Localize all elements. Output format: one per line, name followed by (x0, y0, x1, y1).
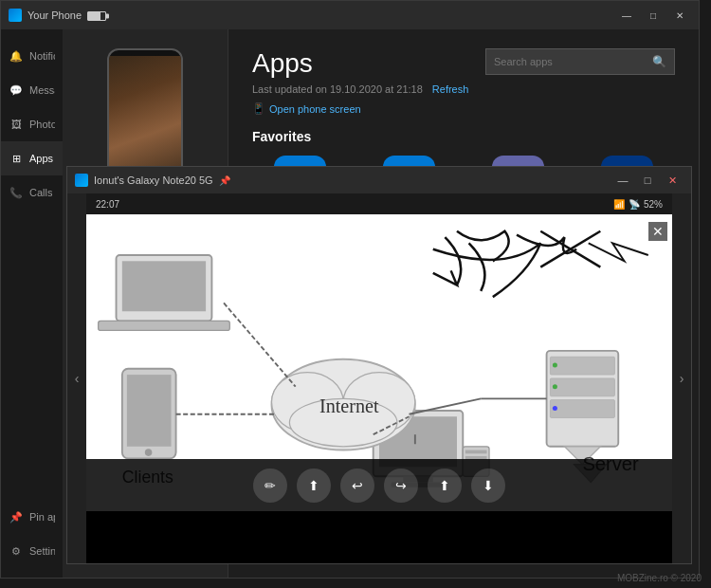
sidebar-item-settings[interactable]: ⚙ Settings (1, 534, 63, 568)
sidebar-item-photos[interactable]: 🖼 Photos (1, 107, 63, 141)
calls-icon: 📞 (9, 185, 24, 200)
calls-label: Calls (29, 187, 52, 198)
sidebar-item-pin[interactable]: 📌 Pin app to taskbar (1, 500, 63, 534)
svg-rect-20 (550, 378, 614, 396)
screen-close-x[interactable]: ✕ (648, 222, 667, 241)
sidebar-item-messages[interactable]: 💬 Messages (1, 73, 63, 107)
app-icon (9, 9, 22, 22)
app-title: Your Phone (27, 9, 82, 21)
titlebar-controls: — □ ✕ (615, 8, 691, 23)
modal-close-button[interactable]: ✕ (661, 171, 684, 190)
toolbar-redo-button[interactable]: ↪ (384, 469, 418, 503)
modal-title-left: Ionut's Galaxy Note20 5G 📌 (75, 174, 230, 187)
modal-title: Ionut's Galaxy Note20 5G (94, 175, 213, 186)
battery-status: 52% (644, 199, 663, 210)
minimize-button[interactable]: — (615, 8, 638, 23)
toolbar-undo-button[interactable]: ↩ (340, 469, 374, 503)
svg-point-5 (145, 449, 153, 456)
search-input[interactable] (494, 56, 652, 67)
phone-modal: Ionut's Galaxy Note20 5G 📌 — □ ✕ ‹ 22:07… (66, 166, 692, 564)
open-phone-icon: 📱 (252, 102, 265, 115)
svg-rect-21 (550, 400, 614, 418)
phone-screen-preview (109, 56, 181, 181)
status-time: 22:07 (96, 199, 119, 210)
phone-content-area: Internet (86, 214, 672, 511)
watermark: MOBZine.ro © 2020 (617, 573, 702, 583)
svg-rect-4 (127, 375, 172, 447)
open-phone-button[interactable]: 📱 Open phone screen (252, 102, 675, 115)
toolbar-share-button[interactable]: ⬆ (428, 469, 462, 503)
refresh-link[interactable]: Refresh (432, 83, 469, 95)
phone-image (107, 48, 183, 181)
svg-rect-11 (465, 450, 487, 454)
photos-label: Photos (29, 119, 55, 130)
pin-label: Pin app to taskbar (29, 511, 55, 523)
toolbar-pencil-button[interactable]: ✏ (253, 469, 287, 503)
modal-maximize-button[interactable]: □ (636, 171, 659, 190)
titlebar-left: Your Phone (9, 9, 106, 22)
pin-icon: 📌 (219, 175, 230, 186)
settings-icon: ⚙ (9, 543, 24, 559)
sidebar-item-apps[interactable]: ⊞ Apps (1, 141, 63, 175)
close-button[interactable]: ✕ (668, 8, 691, 23)
main-titlebar: Your Phone — □ ✕ (1, 1, 699, 29)
svg-rect-19 (550, 357, 614, 375)
sidebar: 🔔 Notifica... 💬 Messages 🖼 Photos ⊞ Apps… (1, 29, 63, 578)
scroll-right-button[interactable]: › (672, 193, 691, 563)
search-icon[interactable]: 🔍 (652, 55, 666, 68)
wifi-icon: 📡 (629, 199, 640, 210)
svg-point-23 (553, 384, 557, 389)
apps-label: Apps (29, 153, 53, 164)
open-phone-label: Open phone screen (269, 103, 361, 115)
modal-titlebar: Ionut's Galaxy Note20 5G 📌 — □ ✕ (67, 167, 691, 193)
phone-screen-modal: 22:07 📶 📡 52% ✕ (86, 193, 672, 563)
modal-body: ‹ 22:07 📶 📡 52% ✕ (67, 193, 691, 563)
svg-text:Internet: Internet (319, 395, 379, 416)
messages-icon: 💬 (9, 83, 24, 98)
svg-point-24 (553, 406, 557, 411)
svg-rect-2 (99, 321, 230, 330)
svg-rect-1 (122, 261, 206, 311)
phone-toolbar: ✏ ⬆ ↩ ↪ ⬆ ⬇ (86, 459, 672, 511)
notifications-label: Notifica... (29, 50, 55, 62)
messages-label: Messages (29, 84, 55, 96)
pin-icon: 📌 (9, 509, 24, 524)
modal-minimize-button[interactable]: — (611, 171, 634, 190)
svg-point-22 (553, 363, 557, 368)
toolbar-download-button[interactable]: ⬇ (471, 469, 505, 503)
sidebar-bottom: 📌 Pin app to taskbar ⚙ Settings (1, 500, 63, 578)
apps-icon: ⊞ (9, 151, 24, 166)
sidebar-item-calls[interactable]: 📞 Calls (1, 175, 63, 210)
signal-icon: 📶 (613, 199, 625, 210)
notifications-icon: 🔔 (9, 48, 24, 64)
photos-icon: 🖼 (9, 117, 24, 132)
settings-label: Settings (29, 545, 55, 557)
subtitle-row: Last updated on 19.10.2020 at 21:18 Refr… (252, 83, 675, 95)
scroll-left-button[interactable]: ‹ (67, 193, 86, 563)
status-right: 📶 📡 52% (613, 199, 663, 210)
modal-app-icon (75, 174, 88, 187)
battery-display (87, 9, 106, 21)
last-updated-text: Last updated on 19.10.2020 at 21:18 (252, 83, 423, 95)
favorites-title: Favorites (252, 129, 675, 144)
phone-status-bar: 22:07 📶 📡 52% (86, 193, 672, 214)
apps-title: Apps (252, 48, 313, 79)
apps-header: Apps 🔍 (252, 48, 675, 79)
svg-line-27 (224, 303, 296, 386)
maximize-button[interactable]: □ (642, 8, 665, 23)
toolbar-upload-button[interactable]: ⬆ (297, 469, 331, 503)
sidebar-item-notifications[interactable]: 🔔 Notifica... (1, 39, 63, 73)
search-box[interactable]: 🔍 (485, 48, 675, 75)
modal-controls: — □ ✕ (611, 171, 684, 190)
